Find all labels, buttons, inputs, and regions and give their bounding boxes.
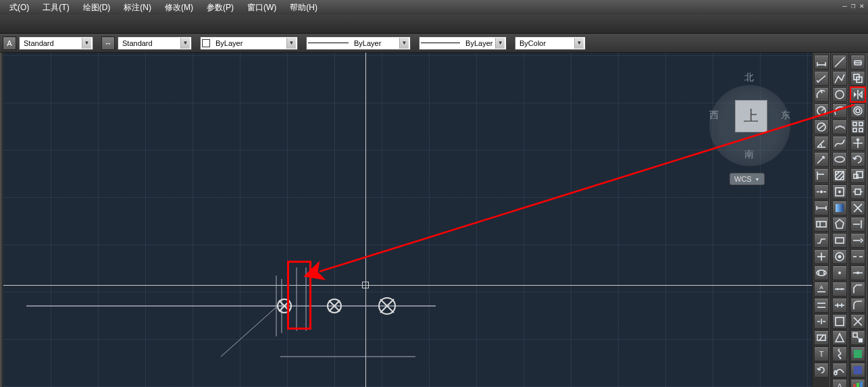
lengthen-button[interactable] (850, 233, 865, 248)
close-icon[interactable]: ✕ (858, 1, 865, 10)
tol-box-button[interactable] (814, 217, 829, 232)
dim-radius-button[interactable] (814, 103, 829, 118)
inspect-button[interactable] (814, 265, 829, 280)
mirror-button[interactable] (850, 87, 865, 102)
point-button[interactable] (832, 265, 847, 280)
extend-button[interactable] (850, 217, 865, 232)
svg-point-81 (856, 109, 860, 113)
arc-dim-button[interactable] (814, 87, 829, 102)
line-button[interactable] (832, 55, 847, 70)
donut-button[interactable] (832, 249, 847, 264)
svg-rect-58 (836, 204, 844, 212)
hatch-color-button[interactable] (850, 346, 865, 361)
dim-style-dropdown[interactable]: Standard▼ (118, 36, 192, 50)
viewcube-west-label[interactable]: 西 (709, 109, 719, 122)
scale-button[interactable] (850, 168, 865, 183)
hatch-button[interactable] (832, 168, 847, 183)
dim-diameter-button[interactable] (814, 120, 829, 134)
array-button[interactable] (850, 120, 865, 134)
dim-angle-button[interactable] (814, 136, 829, 151)
arrow-button[interactable] (814, 152, 829, 167)
svg-rect-36 (817, 222, 826, 227)
layer-dropdown[interactable]: ByLayer▼ (200, 36, 298, 50)
pattern-button[interactable] (832, 184, 847, 199)
document-tabs (0, 15, 868, 34)
spacing-button[interactable] (814, 298, 829, 313)
wcs-dropdown[interactable]: WCS▾ (730, 173, 765, 185)
match-properties-button[interactable] (850, 330, 865, 345)
circle-button[interactable] (832, 87, 847, 102)
menu-window[interactable]: 窗口(W) (240, 2, 283, 14)
svg-rect-60 (836, 238, 844, 243)
boundary-button[interactable] (832, 314, 847, 329)
point-snap-button[interactable] (814, 184, 829, 199)
erase-button[interactable] (850, 55, 865, 70)
helix-button[interactable] (832, 346, 847, 361)
hatch-style-button[interactable] (850, 363, 865, 378)
dim-break-button[interactable] (814, 314, 829, 329)
break-button[interactable] (850, 249, 865, 264)
update-button[interactable] (814, 363, 829, 378)
viewcube-top-face[interactable]: 上 (735, 100, 767, 132)
trim-button[interactable] (850, 201, 865, 215)
edit-dim-button[interactable]: A (814, 282, 829, 296)
rect-button[interactable] (832, 233, 847, 248)
menu-modify[interactable]: 修改(M) (158, 2, 200, 14)
offset-button[interactable] (850, 103, 865, 118)
svg-point-61 (836, 253, 844, 261)
rotate-button[interactable] (850, 152, 865, 167)
drawing-viewport[interactable]: 北 南 东 西 上 WCS▾ (3, 53, 812, 387)
arc-button[interactable] (832, 103, 847, 118)
dim-aligned-button[interactable] (814, 71, 829, 86)
fillet-button[interactable] (850, 298, 865, 313)
menu-format[interactable]: 式(O) (3, 2, 36, 14)
viewcube-south-label[interactable]: 南 (744, 149, 754, 161)
palette-dimension: AT (812, 53, 830, 387)
dim-style-icon[interactable]: ↔ (101, 36, 115, 50)
linetype-dropdown[interactable]: ByLayer▼ (419, 36, 507, 50)
revcloud-button[interactable] (832, 120, 847, 134)
svg-text:T: T (819, 350, 823, 358)
svg-text:A: A (819, 284, 823, 290)
chamfer-button[interactable] (850, 282, 865, 296)
spline-button[interactable] (832, 136, 847, 151)
restore-icon[interactable]: ❐ (850, 1, 857, 10)
viewcube-east-label[interactable]: 东 (781, 109, 790, 122)
dim-linear-button[interactable] (814, 55, 829, 70)
center-mark-button[interactable] (814, 249, 829, 264)
text-tool-button[interactable]: A (832, 379, 847, 387)
h-dim-button[interactable] (814, 201, 829, 215)
region-button[interactable] (832, 330, 847, 345)
stretch-button[interactable] (850, 184, 865, 199)
copy-button[interactable] (850, 71, 865, 86)
polygon-button[interactable] (832, 217, 847, 232)
gradient-button[interactable] (832, 201, 847, 215)
join-button[interactable] (850, 265, 865, 280)
divide-button[interactable] (832, 282, 847, 296)
svg-point-23 (817, 107, 825, 115)
svg-point-71 (834, 371, 837, 375)
lineweight-dropdown[interactable]: ByLayer▼ (306, 36, 411, 50)
override-button[interactable] (814, 330, 829, 345)
dim-ordinate-button[interactable] (814, 168, 829, 183)
sweep-button[interactable] (832, 363, 847, 378)
ellipse-button[interactable] (832, 152, 847, 167)
viewport-region: 北 南 东 西 上 WCS▾ (0, 53, 812, 387)
text-style-icon[interactable]: A (3, 36, 16, 50)
multi-hatch-button[interactable] (850, 379, 865, 387)
menu-params[interactable]: 参数(P) (200, 2, 240, 14)
color-dropdown[interactable]: ByColor▼ (515, 36, 586, 50)
dim-jog-button[interactable] (814, 233, 829, 248)
text-edit-button[interactable]: T (814, 346, 829, 361)
measure-button[interactable] (832, 298, 847, 313)
polyline-button[interactable] (832, 71, 847, 86)
move-button[interactable] (850, 136, 865, 151)
menu-annotate[interactable]: 标注(N) (117, 2, 158, 14)
menu-help[interactable]: 帮助(H) (283, 2, 324, 14)
text-style-dropdown[interactable]: Standard▼ (19, 36, 93, 50)
viewcube-north-label[interactable]: 北 (744, 72, 754, 84)
menu-tools[interactable]: 工具(T) (36, 2, 76, 14)
menu-draw[interactable]: 绘图(D) (76, 2, 118, 14)
explode-button[interactable] (850, 314, 865, 329)
minimize-icon[interactable]: — (841, 1, 848, 10)
